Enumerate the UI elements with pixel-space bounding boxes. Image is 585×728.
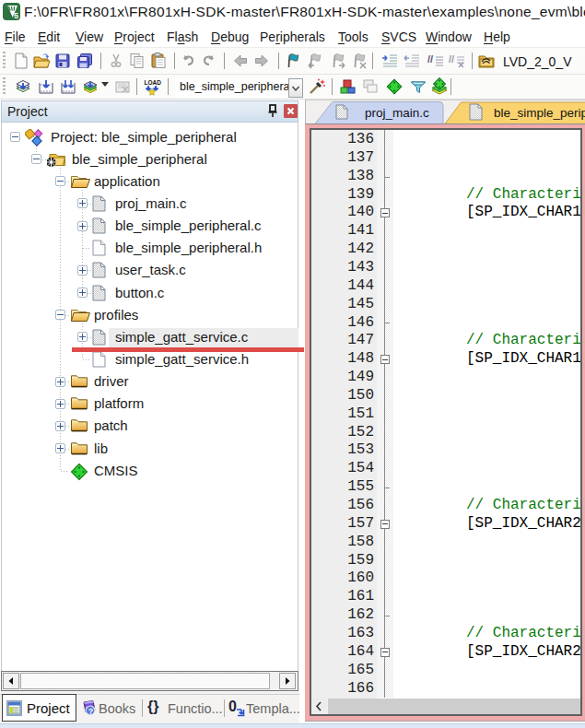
svg-text://: // [449,53,454,65]
svg-text:5: 5 [14,11,18,20]
svg-text://: // [427,53,433,65]
svg-text:?: ? [88,707,94,716]
svg-text:LOAD: LOAD [145,79,162,86]
